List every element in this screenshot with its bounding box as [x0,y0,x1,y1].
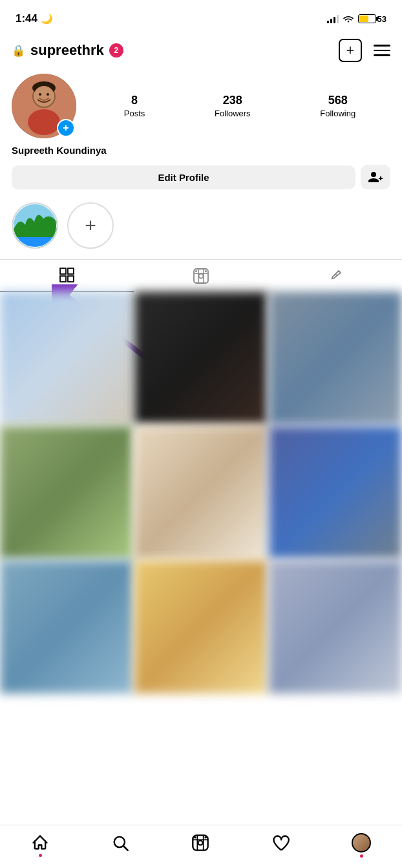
photo-cell[interactable] [0,291,133,425]
battery-percent: 53 [377,14,386,24]
header-right: + [339,39,390,62]
photo-cell[interactable] [269,426,402,559]
nav-profile-avatar [352,833,371,852]
header-left: 🔒 supreethrk 2 [12,42,123,59]
story-highlight-item[interactable] [12,202,58,249]
svg-point-19 [195,270,197,272]
story-highlight-circle [12,202,58,249]
grid-icon [59,268,75,283]
photo-grid [0,291,402,693]
svg-line-26 [123,846,127,850]
profile-full-name: Supreeth Koundinya [12,145,390,156]
posts-count: 8 [131,94,138,107]
content-tabs [0,259,402,291]
nav-likes-button[interactable] [271,834,290,852]
lock-icon: 🔒 [12,44,25,58]
profile-header: 🔒 supreethrk 2 + [0,34,402,67]
svg-point-24 [335,274,337,275]
svg-rect-16 [68,276,74,282]
nav-search-button[interactable] [111,834,129,852]
svg-point-30 [204,836,207,839]
posts-stat[interactable]: 8 Posts [124,94,145,118]
photo-cell[interactable] [0,426,133,559]
add-person-button[interactable] [361,165,390,189]
profile-nav-dot [360,854,363,858]
svg-rect-15 [60,276,66,282]
add-story-icon: + [85,215,96,237]
action-buttons: Edit Profile [12,165,390,189]
svg-rect-13 [60,268,66,274]
followers-count: 238 [223,94,242,107]
reels-tab-icon [193,268,209,284]
svg-point-5 [39,93,41,96]
followers-stat[interactable]: 238 Followers [215,94,251,118]
signal-bars-icon [327,14,339,23]
menu-line [374,45,390,47]
svg-rect-14 [68,268,74,274]
tab-reels[interactable] [134,260,268,291]
nav-dot [39,854,42,857]
followers-label: Followers [215,109,251,118]
photo-cell[interactable] [134,291,268,425]
stats-container: 8 Posts 238 Followers 568 Following [89,94,390,118]
tab-tagged[interactable] [268,260,402,291]
status-time: 1:44 [16,12,37,25]
svg-point-4 [34,86,54,107]
svg-rect-9 [13,237,57,248]
tab-grid[interactable] [0,260,134,291]
menu-line [374,54,390,56]
photo-cell[interactable] [134,426,268,559]
moon-icon: 🌙 [41,13,53,25]
status-bar: 1:44 🌙 53 [0,0,402,34]
status-icons: 53 [327,14,386,25]
svg-point-20 [205,270,207,272]
svg-point-18 [198,273,203,278]
plus-icon: + [346,43,355,58]
posts-label: Posts [124,109,145,118]
battery-icon: 53 [358,14,386,24]
story-thumbnail [13,202,57,249]
photo-cell[interactable] [269,560,402,693]
bottom-nav [0,825,402,868]
notification-badge[interactable]: 2 [109,43,123,58]
menu-button[interactable] [374,45,390,56]
photo-cell[interactable] [134,560,268,693]
avatar-container[interactable]: + [12,74,76,138]
profile-top: + 8 Posts 238 Followers 568 Following [12,74,390,138]
tagged-icon [327,268,343,284]
svg-point-6 [47,93,49,96]
nav-home-button[interactable] [31,834,49,852]
add-story-button[interactable]: + [67,202,114,249]
following-stat[interactable]: 568 Following [320,94,355,118]
svg-point-29 [194,836,196,839]
heart-icon [271,834,290,852]
home-icon [31,834,49,852]
edit-profile-button[interactable]: Edit Profile [12,165,355,189]
profile-section: + 8 Posts 238 Followers 568 Following Su… [0,67,402,192]
add-person-icon [368,171,383,184]
following-label: Following [320,109,355,118]
stories-row: + [0,192,402,257]
photo-cell[interactable] [269,291,402,425]
svg-point-3 [28,109,60,135]
svg-point-28 [198,841,203,845]
avatar-add-story-button[interactable]: + [57,119,75,137]
username-label: supreethrk [30,42,104,59]
reels-nav-icon [191,834,209,852]
add-post-button[interactable]: + [339,39,362,62]
search-icon [111,834,129,852]
following-count: 568 [328,94,348,107]
nav-reels-button[interactable] [191,834,209,852]
menu-line [374,50,390,52]
nav-profile-button[interactable] [352,833,371,852]
wifi-icon [343,14,354,25]
photo-cell[interactable] [0,560,133,693]
